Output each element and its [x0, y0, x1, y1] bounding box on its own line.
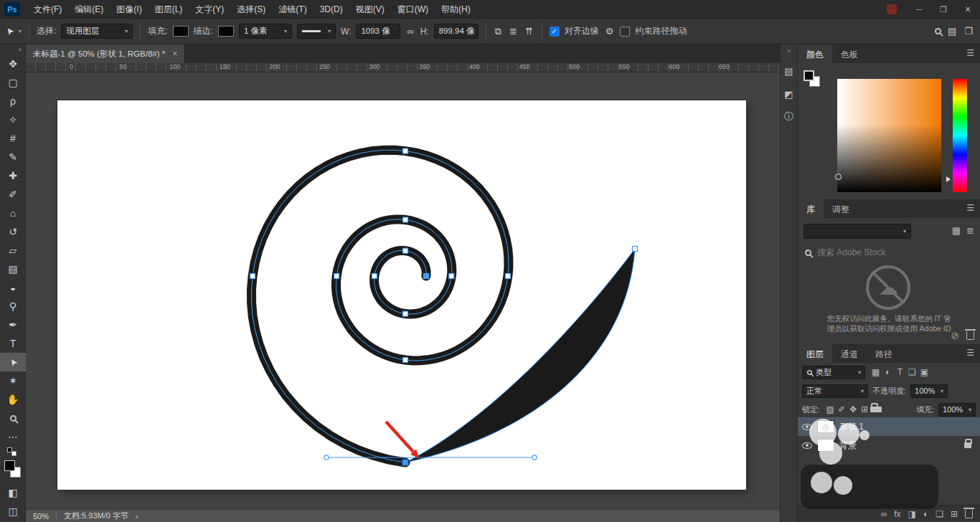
hue-slider[interactable] — [953, 79, 967, 192]
visibility-eye-icon[interactable] — [802, 442, 812, 449]
clone-stamp-tool[interactable]: ⌂ — [0, 204, 26, 222]
filter-type-icon[interactable]: T — [894, 367, 906, 377]
anchor-point[interactable] — [403, 217, 408, 222]
new-adjustment-icon[interactable]: ◐ — [923, 509, 928, 519]
anchor-point[interactable] — [505, 274, 510, 279]
lock-position-icon[interactable]: ✥ — [847, 404, 859, 414]
quick-selection-tool[interactable]: ✧ — [0, 110, 26, 129]
close-tab-icon[interactable]: × — [172, 49, 177, 59]
workspace-panels-icon[interactable]: ▤ — [946, 26, 958, 37]
fill-swatch[interactable] — [173, 26, 189, 37]
align-edges-checkbox[interactable]: ✓ — [550, 27, 560, 37]
new-group-icon[interactable]: ❏ — [936, 509, 943, 519]
anchor-point[interactable] — [403, 148, 408, 153]
anchor-point[interactable] — [403, 248, 408, 253]
menu-item-7[interactable]: 3D(D) — [314, 0, 349, 19]
blend-mode-dropdown[interactable]: 正常 ▾ — [802, 384, 868, 398]
layer-thumbnail[interactable] — [817, 439, 834, 452]
delete-layer-icon[interactable] — [965, 510, 973, 518]
fill-opacity-dropdown[interactable]: 100% ▾ — [938, 403, 976, 417]
layer-mask-icon[interactable]: ◨ — [908, 509, 916, 519]
link-dimensions-icon[interactable]: ∞ — [405, 26, 415, 37]
hue-slider-marker[interactable] — [946, 176, 951, 182]
anchor-point[interactable] — [449, 274, 454, 279]
menu-item-2[interactable]: 图像(I) — [110, 0, 148, 19]
selected-anchor-point[interactable] — [402, 460, 408, 465]
path-alignment-icon[interactable]: ≣ — [508, 26, 519, 37]
status-chevron-icon[interactable]: › — [136, 512, 138, 521]
quick-mask-button[interactable]: ◧ — [0, 483, 26, 502]
tab-color-tabs-0[interactable]: 颜色 — [798, 44, 832, 63]
zoom-level-field[interactable]: 50% — [33, 512, 49, 521]
direction-handle-point[interactable] — [532, 455, 537, 460]
document-canvas[interactable] — [57, 100, 746, 490]
panel-menu-icon[interactable]: ☰ — [961, 344, 980, 363]
eyedropper-tool[interactable]: ✎ — [0, 148, 26, 166]
stroke-width-dropdown[interactable]: 1 像素 ▾ — [239, 24, 292, 39]
path-arrangement-icon[interactable]: ⇈ — [524, 26, 534, 37]
dock-expand-icon[interactable]: » — [787, 44, 791, 57]
layer-row[interactable]: 背景 — [798, 436, 980, 455]
tool-preset-picker[interactable]: ➤ ▾ — [6, 26, 22, 37]
history-brush-tool[interactable]: ↺ — [0, 222, 26, 241]
layer-row[interactable]: ◎形状 1 — [798, 417, 980, 436]
anchor-point[interactable] — [403, 358, 408, 363]
visibility-eye-icon[interactable] — [802, 424, 812, 430]
tab-layers-tabs-2[interactable]: 路径 — [867, 344, 901, 363]
minimize-button[interactable]: ─ — [907, 0, 931, 19]
lock-transparent-icon[interactable]: ▨ — [824, 404, 836, 414]
stroke-type-dropdown[interactable]: ▾ — [297, 24, 336, 39]
lock-artboard-icon[interactable]: ⊞ — [859, 404, 870, 414]
filter-shape-icon[interactable]: ❏ — [906, 367, 918, 377]
path-selection-tool[interactable]: ➤ — [0, 353, 26, 371]
gradient-tool[interactable]: ▤ — [0, 260, 26, 278]
anchor-point[interactable] — [423, 274, 428, 279]
layer-filter-dropdown[interactable]: 类型 ▾ — [802, 366, 865, 379]
menu-item-1[interactable]: 编辑(E) — [68, 0, 110, 19]
photoshop-logo[interactable]: Ps — [4, 2, 20, 16]
grid-view-icon[interactable]: ▦ — [952, 225, 961, 236]
anchor-point[interactable] — [403, 311, 408, 316]
lasso-tool[interactable]: ρ — [0, 92, 26, 110]
constrain-path-checkbox[interactable] — [620, 27, 630, 37]
foreground-color-swatch[interactable] — [4, 460, 15, 471]
more-tools[interactable]: ⋯ — [0, 427, 26, 446]
menu-item-5[interactable]: 选择(S) — [230, 0, 272, 19]
pen-tool[interactable]: ✒ — [0, 315, 26, 334]
crop-tool[interactable]: # — [0, 129, 26, 148]
panel-menu-icon[interactable]: ☰ — [961, 199, 980, 218]
library-dropdown[interactable]: ▾ — [804, 224, 911, 239]
anchor-point[interactable] — [334, 274, 339, 279]
spiral-shape[interactable] — [252, 150, 509, 462]
library-trash-icon[interactable] — [966, 331, 974, 340]
layer-effects-icon[interactable]: fx — [894, 509, 900, 519]
menu-item-0[interactable]: 文件(F) — [27, 0, 68, 19]
menu-item-9[interactable]: 窗口(W) — [391, 0, 435, 19]
eraser-tool[interactable]: ▱ — [0, 241, 26, 260]
panel-menu-icon[interactable]: ☰ — [961, 44, 980, 63]
anchor-point[interactable] — [372, 274, 377, 279]
tab-library-tabs-1[interactable]: 调整 — [824, 199, 858, 218]
height-input[interactable]: 899.94 像 — [434, 24, 479, 39]
layer-thumbnail[interactable]: ◎ — [817, 420, 834, 433]
sync-disabled-icon[interactable]: ⊘ — [951, 330, 959, 341]
tab-layers-tabs-1[interactable]: 通道 — [832, 344, 867, 363]
tab-layers-tabs-0[interactable]: 图层 — [798, 344, 832, 363]
zoom-tool[interactable] — [0, 409, 26, 427]
width-input[interactable]: 1093 像 — [356, 24, 400, 39]
opacity-dropdown[interactable]: 100% ▾ — [910, 384, 948, 398]
shape-tool[interactable]: ✶ — [0, 371, 26, 390]
workspace-switcher-icon[interactable]: ❐ — [963, 26, 974, 37]
notification-icon[interactable] — [887, 4, 897, 14]
link-layers-icon[interactable]: ∞ — [881, 509, 887, 519]
adjustments-icon[interactable]: ◩ — [780, 85, 798, 103]
direction-handle-point[interactable] — [324, 455, 329, 460]
info-icon[interactable]: ⓘ — [780, 108, 798, 126]
properties-icon[interactable]: ▤ — [780, 62, 798, 80]
menu-item-3[interactable]: 图层(L) — [149, 0, 189, 19]
brush-tool[interactable]: ✐ — [0, 185, 26, 204]
anchor-point[interactable] — [633, 247, 638, 252]
filter-adjustment-icon[interactable]: ◐ — [882, 367, 894, 377]
menu-item-10[interactable]: 帮助(H) — [435, 0, 477, 19]
menu-item-6[interactable]: 滤镜(T) — [272, 0, 313, 19]
